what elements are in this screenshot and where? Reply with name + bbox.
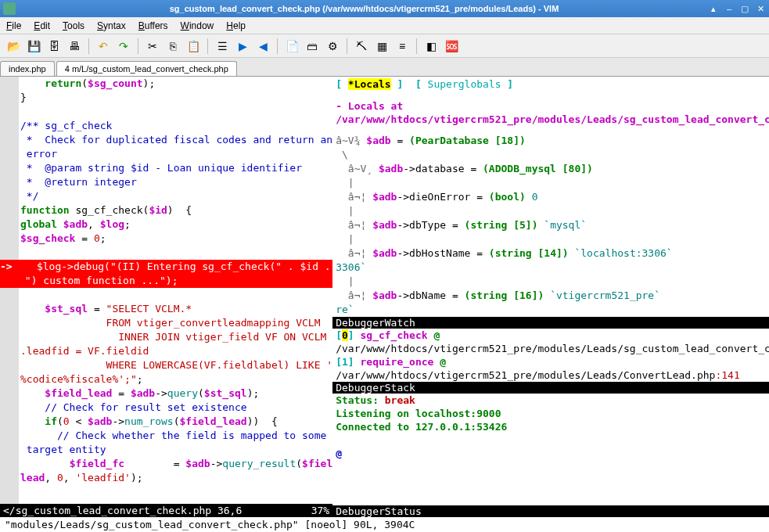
debugger-tabs: [ *Locals ] [ Superglobals ] — [332, 77, 769, 92]
menu-syntax[interactable]: Syntax — [97, 20, 126, 31]
stack-list[interactable]: [0] sg_cf_check @ /var/www/htdocs/vtiger… — [332, 329, 769, 382]
menubar: File Edit Tools Syntax Buffers Window He… — [0, 17, 769, 34]
open-icon[interactable]: 📂 — [5, 38, 22, 55]
locals-tree[interactable]: â~V¾ $adb = (PearDatabase [18]) \ â~V¸ $… — [332, 134, 769, 317]
save-icon[interactable]: 💾 — [25, 38, 42, 55]
app-icon — [3, 2, 16, 15]
sign-column — [0, 77, 19, 504]
cut-icon[interactable]: ✂ — [144, 38, 161, 55]
stack-statusbar: DebuggerStack1,1Top — [332, 382, 769, 394]
script-icon[interactable]: ⚙ — [324, 38, 341, 55]
titlebar: sg_custom_lead_convert_check.php (/var/w… — [0, 0, 769, 17]
session-save-icon[interactable]: 🗃 — [304, 38, 321, 55]
command-line[interactable]: "modules/Leads/sg_custom_lead_convert_ch… — [0, 517, 769, 532]
paste-icon[interactable]: 📋 — [185, 38, 202, 55]
copy-icon[interactable]: ⎘ — [164, 38, 181, 55]
menu-file[interactable]: File — [6, 20, 21, 31]
tab-superglobals[interactable]: Superglobals — [428, 78, 501, 90]
toolbar: 📂 💾 🗄 🖶 ↶ ↷ ✂ ⎘ 📋 ☰ ▶ ◀ 📄 🗃 ⚙ ⛏ ▦ ≡ ◧ 🆘 — [0, 34, 769, 58]
current-line-arrow: -> — [0, 261, 13, 272]
menu-edit[interactable]: Edit — [34, 20, 50, 31]
close-button[interactable]: ✕ — [755, 3, 766, 14]
help-icon[interactable]: 🆘 — [443, 38, 460, 55]
tab-locals[interactable]: *Locals — [348, 78, 391, 90]
saveall-icon[interactable]: 🗄 — [45, 38, 63, 55]
tab-index-php[interactable]: index.php — [0, 61, 55, 76]
find-next-icon[interactable]: ▶ — [234, 38, 251, 55]
debugger-pane: [ *Locals ] [ Superglobals ] - Locals at… — [332, 77, 769, 517]
tab-sg-custom[interactable]: 4 m/L/sg_custom_lead_convert_check.php — [56, 61, 237, 76]
code-pane[interactable]: return($sg_count); } /** sg_cf_check * C… — [0, 77, 332, 517]
print-icon[interactable]: 🖶 — [66, 38, 83, 55]
redo-icon[interactable]: ↷ — [115, 38, 132, 55]
locals-header: - Locals at /var/www/htdocs/vtigercrm521… — [332, 98, 769, 128]
jump-icon[interactable]: ◧ — [422, 38, 440, 55]
find-icon[interactable]: ☰ — [214, 38, 231, 55]
menu-tools[interactable]: Tools — [63, 20, 84, 31]
find-prev-icon[interactable]: ◀ — [254, 38, 271, 55]
tabbar: index.php 4 m/L/sg_custom_lead_convert_c… — [0, 58, 769, 77]
debugger-status: Status: break Listening on localhost:900… — [332, 394, 769, 460]
menu-buffers[interactable]: Buffers — [138, 20, 168, 31]
editor-area: return($sg_count); } /** sg_cf_check * C… — [0, 77, 769, 517]
undo-icon[interactable]: ↶ — [95, 38, 112, 55]
maximize-button[interactable]: ▢ — [739, 3, 750, 14]
menu-help[interactable]: Help — [226, 20, 246, 31]
session-load-icon[interactable]: 📄 — [283, 38, 300, 55]
make-icon[interactable]: ⛏ — [353, 38, 370, 55]
minimize-button[interactable]: – — [724, 3, 735, 14]
window-title: sg_custom_lead_convert_check.php (/var/w… — [20, 4, 708, 13]
rollup-button[interactable]: ▴ — [708, 3, 719, 14]
status-statusbar: DebuggerStatus1,1Top — [332, 505, 769, 517]
watch-statusbar: DebuggerWatch1,1Top — [332, 317, 769, 329]
ctags-icon[interactable]: ≡ — [393, 38, 411, 55]
left-statusline: </sg_custom_lead_convert_check.php 36,6 … — [0, 504, 332, 517]
shell-icon[interactable]: ▦ — [373, 38, 390, 55]
menu-window[interactable]: Window — [181, 20, 214, 31]
